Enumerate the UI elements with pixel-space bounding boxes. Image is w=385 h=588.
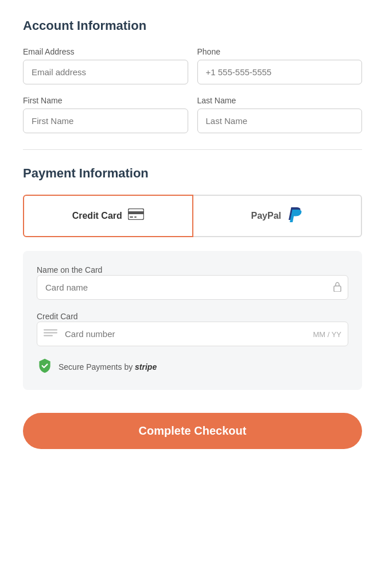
svg-rect-7	[44, 335, 53, 336]
payment-tabs: Credit Card PayPal	[23, 195, 362, 237]
phone-input[interactable]	[197, 60, 363, 84]
paypal-tab[interactable]: PayPal	[193, 195, 363, 237]
svg-rect-6	[44, 332, 57, 333]
credit-card-tab[interactable]: Credit Card	[23, 195, 193, 237]
secure-badge: Secure Payments by stripe	[37, 358, 348, 376]
first-name-input[interactable]	[23, 109, 188, 133]
email-group: Email Address	[23, 47, 188, 84]
paypal-tab-label: PayPal	[251, 211, 281, 221]
card-expiry-placeholder: MM / YY	[313, 330, 341, 338]
email-label: Email Address	[23, 47, 188, 56]
credit-card-tab-label: Credit Card	[72, 211, 122, 221]
last-name-group: Last Name	[197, 96, 363, 133]
card-name-group: Name on the Card	[37, 265, 348, 300]
secure-text: Secure Payments by stripe	[59, 362, 157, 372]
card-name-label: Name on the Card	[37, 265, 102, 274]
phone-label: Phone	[197, 47, 363, 56]
svg-rect-1	[128, 211, 144, 214]
svg-rect-3	[134, 216, 137, 218]
credit-card-number-label: Credit Card	[37, 312, 78, 321]
last-name-input[interactable]	[197, 109, 363, 133]
svg-rect-2	[130, 216, 133, 218]
account-section-title: Account Information	[23, 18, 362, 33]
first-name-group: First Name	[23, 96, 188, 133]
email-phone-row: Email Address Phone	[23, 47, 362, 84]
lock-icon	[333, 281, 341, 294]
svg-rect-4	[334, 286, 341, 292]
card-name-input-wrapper	[37, 275, 348, 300]
shield-check-icon	[37, 358, 53, 376]
paypal-icon	[287, 205, 303, 227]
card-chip-icon	[44, 328, 57, 340]
email-input[interactable]	[23, 60, 188, 84]
card-number-group: Credit Card MM / YY	[37, 311, 348, 346]
stripe-label: stripe	[135, 362, 157, 372]
last-name-label: Last Name	[197, 96, 363, 105]
phone-group: Phone	[197, 47, 363, 84]
first-name-label: First Name	[23, 96, 188, 105]
card-form-container: Name on the Card Credit Card	[23, 251, 362, 390]
secure-text-label: Secure Payments by	[59, 362, 133, 372]
card-number-input[interactable]	[37, 322, 348, 346]
name-row: First Name Last Name	[23, 96, 362, 133]
card-number-input-wrapper: MM / YY	[37, 322, 348, 346]
payment-section-title: Payment Information	[23, 166, 362, 181]
svg-rect-5	[44, 329, 57, 330]
complete-checkout-button[interactable]: Complete Checkout	[23, 413, 362, 449]
card-name-input[interactable]	[37, 275, 348, 300]
section-divider	[23, 149, 362, 150]
credit-card-icon	[128, 208, 144, 223]
